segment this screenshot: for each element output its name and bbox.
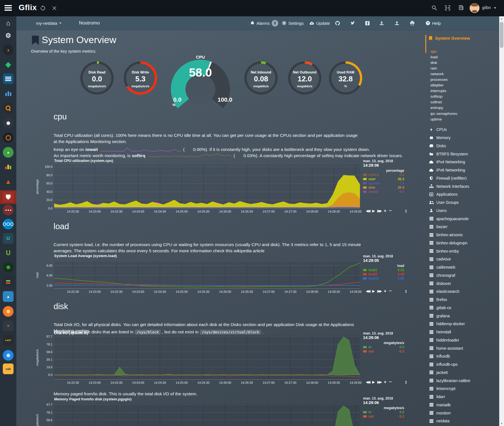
menu-title[interactable]: System Overview <box>429 36 470 41</box>
menu-app-lazylibrarian-calibre[interactable]: lazylibrarian-calibre <box>429 376 470 385</box>
menu-section-network-interfaces[interactable]: Network Interfaces <box>429 182 470 190</box>
rail-app-emby-icon[interactable] <box>3 118 14 128</box>
scrollbar-down-icon[interactable]: ▼ <box>499 422 504 425</box>
twitter-link[interactable] <box>350 16 355 30</box>
menu-section-cpus[interactable]: CPUs <box>429 126 470 134</box>
chart-resize-handle-load[interactable]: ▲▼ <box>405 289 407 293</box>
chart-resize-handle-disk[interactable]: ▲▼ <box>405 380 407 384</box>
legend-entry-in[interactable]: in0.0 <box>363 410 404 414</box>
chart-play-button[interactable]: ▶ <box>372 209 375 213</box>
chart-zoom-out-button[interactable]: − <box>389 289 392 293</box>
menu-item-network[interactable]: network <box>430 71 457 77</box>
rail-app-down-icon[interactable]: ▼ <box>3 320 14 331</box>
rail-app-plex-icon[interactable]: › <box>3 44 14 55</box>
chart-play-button[interactable]: ▶ <box>372 289 375 293</box>
machines-dropdown[interactable]: my-netdata <box>36 16 61 30</box>
menu-app-chronograf[interactable]: chronograf <box>429 271 470 280</box>
menu-app-heimdall[interactable]: heimdall <box>429 328 470 336</box>
hamburger-menu-icon[interactable] <box>5 5 12 11</box>
menu-app-apacheguacamole[interactable]: apacheguacamole <box>429 215 470 223</box>
legend-entry-softirq[interactable]: softirq0.0 <box>363 173 404 177</box>
menu-app-binhex-delugevpn[interactable]: binhex-delugevpn <box>429 239 470 247</box>
menu-app-lidarr[interactable]: lidarr <box>429 393 470 401</box>
refresh-icon[interactable] <box>40 5 46 11</box>
legend-entry-system[interactable]: system2.3 <box>363 181 404 185</box>
menu-section-applications[interactable]: Applications <box>429 190 470 198</box>
help-button[interactable]: ? Help <box>426 16 441 30</box>
chart-plot-load[interactable] <box>54 262 360 289</box>
menu-app-grafana[interactable]: grafana <box>429 312 470 320</box>
menu-item-processes[interactable]: processes <box>430 77 457 82</box>
scrollbar-thumb[interactable] <box>500 22 503 48</box>
rail-app-lazylibrarian-icon[interactable]: LAZY <box>3 335 14 345</box>
menu-app-monitorr[interactable]: monitorr <box>429 409 470 417</box>
chart-zoom-out-button[interactable]: − <box>389 209 392 213</box>
menu-app-gitlab-ce[interactable]: gitlab-ce <box>429 304 470 312</box>
legend-entry-iowait[interactable]: iowait0.0 <box>363 190 404 194</box>
chart-zoom-in-button[interactable]: + <box>384 289 386 293</box>
chart-pan-backward-button[interactable]: ◀◀ <box>366 380 370 384</box>
chart-pan-forward-button[interactable]: ▶▶ <box>377 289 381 293</box>
rail-app-flame-icon[interactable]: ▲ <box>3 176 14 187</box>
menu-app-diskover[interactable]: diskover <box>429 279 470 287</box>
menu-item-softirqs[interactable]: softirqs <box>430 94 457 99</box>
menu-app-home-assistant[interactable]: home-assistant <box>429 344 470 352</box>
rail-app-airsonic-icon[interactable] <box>3 88 14 99</box>
rail-app-tautulli-icon[interactable] <box>3 132 14 143</box>
chart-plot-disk[interactable] <box>54 336 360 380</box>
legend-entry-user[interactable]: user35.3 <box>363 177 404 181</box>
legend-entry-nice[interactable]: nice20.4 <box>363 186 404 190</box>
rail-app-firefox-icon[interactable] <box>3 306 14 317</box>
menu-app-influxdb[interactable]: influxdb <box>429 352 470 360</box>
rail-app-ubooquity-icon[interactable]: U <box>3 233 14 244</box>
username[interactable]: gilbn <box>482 5 491 10</box>
chart-zoom-out-button[interactable]: − <box>389 380 392 384</box>
print-button[interactable] <box>410 16 415 30</box>
menu-app-firefox[interactable]: firefox <box>429 296 470 304</box>
legend-entry-out[interactable]: out-5.3 <box>363 349 404 353</box>
menu-app-jackett[interactable]: jackett <box>429 369 470 377</box>
scrollbar-up-icon[interactable]: ▲ <box>499 17 504 20</box>
rail-app-sabnzbd-icon[interactable]: sab <box>3 363 14 374</box>
menu-item-softnet[interactable]: softnet <box>430 99 457 105</box>
news-icon[interactable] <box>458 5 464 10</box>
legend-entry-in[interactable]: in0.0 <box>363 345 404 349</box>
fullscreen-icon[interactable] <box>445 5 450 11</box>
chart-plot-mem[interactable] <box>54 404 360 426</box>
rail-app-unifi-icon[interactable]: U <box>3 247 14 258</box>
rail-app-deluge-icon[interactable]: ◆ <box>3 59 14 70</box>
menu-item-cpu[interactable]: cpu <box>430 48 457 54</box>
menu-item-ram[interactable]: ram <box>430 65 457 71</box>
rail-app-dark-icon[interactable] <box>3 262 14 273</box>
rail-app-nextcloud-icon[interactable] <box>3 219 14 229</box>
menu-item-uptime[interactable]: uptime <box>430 116 457 122</box>
menu-section-memory[interactable]: Memory <box>429 134 470 142</box>
search-icon[interactable] <box>432 5 437 11</box>
user-caret-down-icon[interactable] <box>494 7 496 9</box>
menu-item-entropy[interactable]: entropy <box>430 105 457 111</box>
legend-entry-out[interactable]: out-5.2 <box>363 414 404 418</box>
menu-section-btrfs-filesystem[interactable]: BTRFS filesystem <box>429 150 470 158</box>
chart-play-button[interactable]: ▶ <box>372 380 375 384</box>
chart-pan-backward-button[interactable]: ◀◀ <box>366 209 370 213</box>
menu-section-disks[interactable]: Disks <box>429 142 470 150</box>
gauge-used-ram[interactable]: Used RAM32.8% <box>324 60 367 98</box>
menu-app-letsencrypt[interactable]: letsencrypt <box>429 385 470 393</box>
menu-app-influxdb-ups[interactable]: influxdb-ups <box>429 360 470 369</box>
chart-zoom-in-button[interactable]: + <box>384 380 386 384</box>
gauge-net-outbound[interactable]: Net Outbound12.0megabits/s <box>284 60 326 98</box>
export-button[interactable] <box>395 16 399 30</box>
settings-button[interactable]: Settings <box>282 16 304 30</box>
menu-app-calibreweb[interactable]: calibreweb <box>429 263 470 271</box>
rail-settings-icon[interactable]: ⚙ <box>3 30 14 41</box>
gauge-disk-write[interactable]: Disk Write5.3megabytes/s <box>119 60 162 98</box>
rail-app-drop-icon[interactable] <box>3 350 14 361</box>
menu-item-disk[interactable]: disk <box>430 60 457 65</box>
menu-app-cadvisor[interactable]: cadvisor <box>429 255 470 263</box>
menu-app-binhex-airsonic[interactable]: binhex-airsonic <box>429 231 470 239</box>
gauge-disk-read[interactable]: Disk Read0.0megabytes/s <box>76 60 118 98</box>
user-avatar[interactable] <box>470 3 479 13</box>
legend-entry-load15[interactable]: load152.06 <box>363 276 404 280</box>
menu-app-bazarr[interactable]: bazarr <box>429 223 470 231</box>
rail-app-grafana-icon[interactable] <box>3 162 14 172</box>
